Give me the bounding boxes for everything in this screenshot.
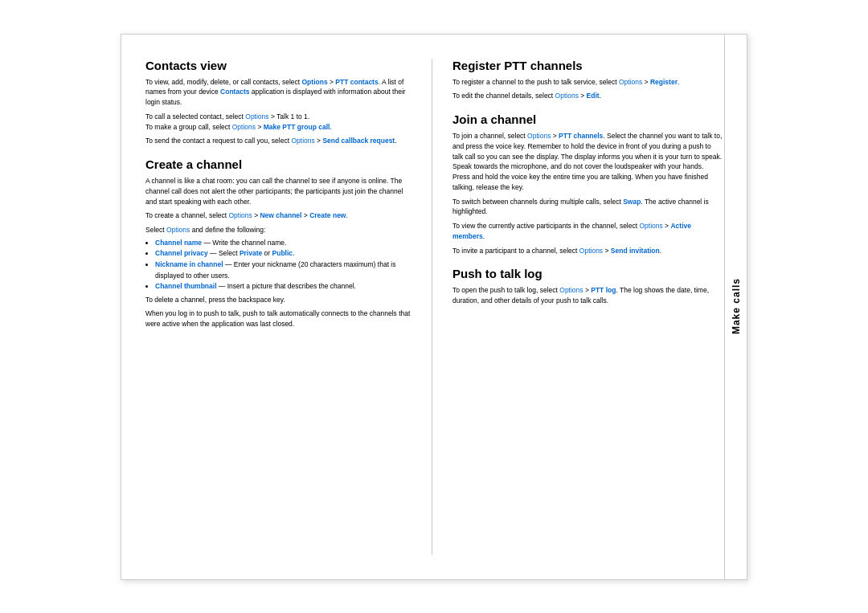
- right-column: Register PTT channels To register a chan…: [448, 59, 731, 555]
- link-channel-thumbnail[interactable]: Channel thumbnail: [155, 282, 217, 290]
- main-content: Contacts view To view, add, modify, dele…: [121, 35, 747, 579]
- create-channel-para2: To create a channel, select Options > Ne…: [145, 210, 416, 221]
- link-channel-privacy[interactable]: Channel privacy: [155, 249, 208, 257]
- create-channel-para5: When you log in to push to talk, push to…: [145, 309, 416, 329]
- link-options-8[interactable]: Options: [555, 92, 579, 100]
- bullet-nickname: Nickname in channel — Enter your nicknam…: [155, 260, 416, 281]
- bullet-channel-name: Channel name — Write the channel name.: [155, 238, 416, 249]
- register-ptt-para1: To register a channel to the push to tal…: [452, 77, 723, 88]
- contacts-view-title: Contacts view: [145, 59, 416, 72]
- page: Contacts view To view, add, modify, dele…: [0, 0, 868, 613]
- link-options-5[interactable]: Options: [228, 211, 252, 219]
- section-push-to-talk-log: Push to talk log To open the push to tal…: [452, 267, 723, 306]
- register-ptt-title: Register PTT channels: [452, 59, 723, 72]
- link-ptt-log[interactable]: PTT log: [591, 286, 616, 294]
- section-join-channel: Join a channel To join a channel, select…: [452, 112, 723, 255]
- link-send-invitation[interactable]: Send invitation: [611, 247, 660, 255]
- link-contacts[interactable]: Contacts: [220, 88, 249, 96]
- create-channel-title: Create a channel: [145, 157, 416, 171]
- link-options-7[interactable]: Options: [619, 78, 642, 86]
- section-create-channel: Create a channel A channel is like a cha…: [145, 157, 416, 329]
- left-column: Contacts view To view, add, modify, dele…: [145, 59, 432, 555]
- link-options-12[interactable]: Options: [559, 286, 583, 294]
- link-make-ptt[interactable]: Make PTT group call: [264, 123, 330, 131]
- bullet-channel-privacy: Channel privacy — Select Private or Publ…: [155, 248, 416, 260]
- link-options-4[interactable]: Options: [291, 137, 314, 145]
- link-public[interactable]: Public: [272, 249, 293, 257]
- link-options-1[interactable]: Options: [302, 78, 328, 86]
- link-options-10[interactable]: Options: [639, 222, 662, 230]
- join-channel-para4: To invite a participant to a channel, se…: [452, 246, 723, 256]
- link-options-11[interactable]: Options: [579, 247, 603, 255]
- bullet-channel-thumbnail: Channel thumbnail — Insert a picture tha…: [155, 281, 416, 292]
- create-channel-para1: A channel is like a chat room: you can c…: [145, 176, 416, 206]
- join-channel-para1: To join a channel, select Options > PTT …: [452, 131, 723, 193]
- push-to-talk-log-para1: To open the push to talk log, select Opt…: [452, 285, 723, 306]
- link-nickname-in-channel[interactable]: Nickname in channel: [155, 260, 223, 268]
- link-register[interactable]: Register: [650, 78, 678, 86]
- section-contacts-view: Contacts view To view, add, modify, dele…: [145, 59, 416, 147]
- link-options-2[interactable]: Options: [245, 112, 268, 121]
- link-edit[interactable]: Edit: [587, 92, 600, 100]
- create-channel-bullets: Channel name — Write the channel name. C…: [155, 238, 416, 292]
- link-options-9[interactable]: Options: [527, 132, 551, 140]
- link-private[interactable]: Private: [240, 249, 262, 257]
- link-ptt-channels[interactable]: PTT channels: [559, 132, 603, 140]
- section-register-ptt: Register PTT channels To register a chan…: [452, 59, 723, 102]
- link-swap[interactable]: Swap: [623, 198, 641, 206]
- join-channel-para2: To switch between channels during multip…: [452, 197, 723, 218]
- sidebar-tab-label: Make calls: [731, 278, 742, 334]
- document: Contacts view To view, add, modify, dele…: [121, 34, 747, 580]
- create-channel-para4: To delete a channel, press the backspace…: [145, 295, 416, 305]
- link-send-callback[interactable]: Send callback request: [322, 137, 395, 145]
- contacts-view-para1: To view, add, modify, delete, or call co…: [145, 77, 416, 108]
- link-ptt-contacts[interactable]: PTT contacts: [335, 78, 378, 86]
- contacts-view-para3: To make a group call, select Options > M…: [145, 122, 416, 133]
- register-ptt-para2: To edit the channel details, select Opti…: [452, 91, 723, 101]
- link-options-6[interactable]: Options: [166, 226, 190, 234]
- join-channel-title: Join a channel: [452, 112, 723, 126]
- contacts-view-para2: To call a selected contact, select Optio…: [145, 112, 416, 122]
- push-to-talk-log-title: Push to talk log: [452, 267, 723, 280]
- link-create-new[interactable]: Create new: [309, 211, 346, 219]
- contacts-view-para4: To send the contact a request to call yo…: [145, 136, 416, 146]
- sidebar-tab: Make calls: [724, 35, 747, 579]
- create-channel-para3: Select Options and define the following:: [145, 225, 416, 235]
- join-channel-para3: To view the currently active participant…: [452, 221, 723, 242]
- link-options-3[interactable]: Options: [232, 123, 256, 131]
- link-new-channel[interactable]: New channel: [260, 211, 301, 219]
- link-channel-name[interactable]: Channel name: [155, 239, 202, 247]
